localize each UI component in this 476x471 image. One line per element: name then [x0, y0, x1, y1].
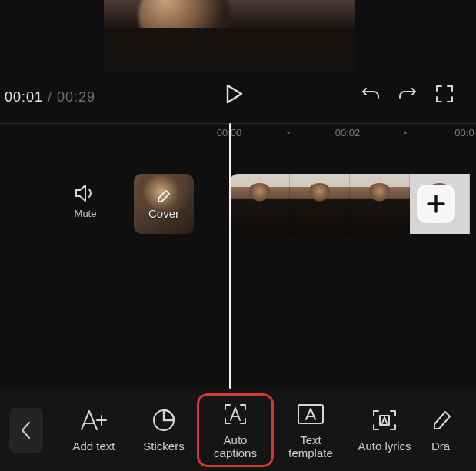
playback-time: 00:01 / 00:29: [0, 89, 95, 105]
undo-button[interactable]: [361, 84, 381, 104]
tool-label: Autocaptions: [214, 433, 257, 460]
timeline-ruler[interactable]: 00:00 00:02 00:0: [0, 123, 476, 140]
stickers-button[interactable]: Stickers: [131, 396, 197, 465]
cover-label: Cover: [148, 207, 179, 220]
video-preview[interactable]: [104, 0, 355, 71]
auto-lyrics-icon: [371, 407, 398, 433]
cover-button[interactable]: Cover: [134, 174, 194, 234]
playhead[interactable]: [229, 123, 231, 389]
current-time: 00:01: [5, 89, 43, 105]
tool-label: Auto lyrics: [358, 439, 411, 453]
video-track: Mute Cover: [0, 163, 476, 240]
back-button[interactable]: [9, 408, 43, 453]
clip-frame[interactable]: [350, 174, 410, 234]
transport-bar: 00:01 / 00:29: [0, 82, 476, 112]
auto-captions-button[interactable]: Autocaptions: [197, 393, 274, 467]
ruler-tick: 00:02: [335, 127, 361, 139]
add-text-icon: [78, 407, 109, 433]
svg-rect-1: [298, 405, 323, 423]
ruler-tick: 00:0: [454, 127, 474, 139]
add-text-button[interactable]: Add text: [57, 396, 131, 465]
mute-label: Mute: [74, 208, 97, 219]
clip-frame[interactable]: [290, 174, 350, 234]
ruler-dot: [288, 132, 290, 134]
tool-label: Add text: [72, 439, 115, 453]
ruler-dot: [404, 132, 407, 134]
tool-label: Texttemplate: [288, 433, 333, 460]
edit-icon: [156, 189, 171, 204]
time-separator: /: [43, 89, 57, 105]
auto-lyrics-button[interactable]: Auto lyrics: [348, 396, 421, 465]
tool-label: Stickers: [143, 439, 184, 453]
duration: 00:29: [57, 89, 95, 105]
stickers-icon: [151, 407, 176, 433]
clip-frame[interactable]: [230, 174, 290, 234]
auto-captions-icon: [222, 401, 248, 427]
mute-button[interactable]: Mute: [74, 183, 97, 219]
add-clip-button[interactable]: [417, 185, 455, 223]
redo-button[interactable]: [398, 84, 418, 104]
text-template-button[interactable]: Texttemplate: [274, 396, 348, 465]
draw-button[interactable]: Dra: [421, 396, 460, 465]
play-button[interactable]: [225, 84, 243, 104]
bottom-toolbar: Add text Stickers Autocaptions Texttempl…: [0, 389, 476, 471]
fullscreen-button[interactable]: [434, 84, 454, 104]
draw-icon: [430, 407, 451, 433]
tool-label: Dra: [431, 439, 450, 453]
text-template-icon: [296, 401, 325, 427]
